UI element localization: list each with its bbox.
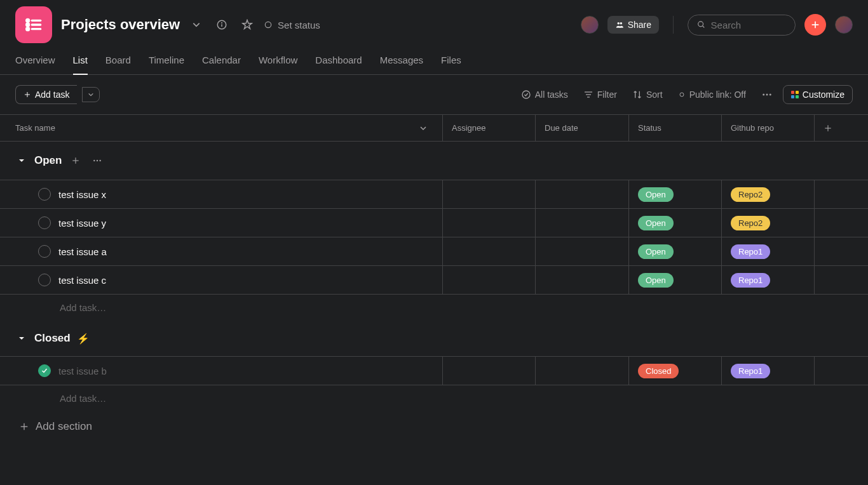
status-cell[interactable]: Open: [629, 180, 722, 208]
task-row[interactable]: test issue c Open Repo1: [0, 265, 868, 295]
svg-point-11: [620, 22, 622, 25]
repo-pill: Repo2: [731, 187, 770, 202]
column-due-date[interactable]: Due date: [536, 115, 629, 141]
tab-list[interactable]: List: [73, 50, 88, 74]
tab-calendar[interactable]: Calendar: [202, 50, 241, 74]
status-cell[interactable]: Open: [629, 266, 722, 294]
collapse-icon[interactable]: [15, 154, 28, 167]
svg-point-9: [265, 22, 271, 27]
svg-point-30: [94, 160, 95, 161]
assignee-cell[interactable]: [443, 180, 536, 208]
svg-point-32: [100, 160, 101, 161]
add-task-row[interactable]: Add task…: [0, 385, 868, 411]
tab-timeline[interactable]: Timeline: [149, 50, 184, 74]
status-pill: Closed: [638, 364, 679, 378]
info-icon[interactable]: [213, 16, 231, 34]
assignee-cell[interactable]: [443, 266, 536, 294]
tab-board[interactable]: Board: [105, 50, 131, 74]
svg-point-8: [222, 23, 222, 23]
repo-cell[interactable]: Repo1: [722, 357, 815, 385]
task-row[interactable]: test issue x Open Repo2: [0, 180, 868, 208]
task-row[interactable]: test issue b Closed Repo1: [0, 356, 868, 385]
status-pill: Open: [638, 187, 674, 202]
add-column-button[interactable]: [815, 115, 868, 141]
assignee-cell[interactable]: [443, 237, 536, 265]
complete-checkbox[interactable]: [38, 188, 51, 201]
customize-button[interactable]: Customize: [783, 85, 853, 104]
set-status-label: Set status: [278, 20, 320, 30]
divider: [673, 16, 674, 34]
status-cell[interactable]: Open: [629, 209, 722, 237]
add-task-dropdown[interactable]: [82, 87, 100, 102]
due-date-cell[interactable]: [536, 180, 629, 208]
task-row[interactable]: test issue y Open Repo2: [0, 208, 868, 237]
task-name: test issue y: [58, 218, 106, 229]
tabs: OverviewListBoardTimelineCalendarWorkflo…: [0, 43, 868, 75]
project-icon[interactable]: [15, 6, 52, 43]
repo-pill: Repo1: [731, 244, 770, 259]
svg-point-24: [766, 94, 768, 96]
search-input[interactable]: [711, 20, 786, 30]
add-task-row[interactable]: Add task…: [0, 295, 868, 321]
due-date-cell[interactable]: [536, 209, 629, 237]
status-cell[interactable]: Closed: [629, 357, 722, 385]
tab-workflow[interactable]: Workflow: [259, 50, 297, 74]
complete-checkbox[interactable]: [38, 216, 51, 229]
svg-point-31: [97, 160, 98, 161]
svg-point-25: [770, 94, 771, 96]
svg-line-13: [702, 26, 704, 28]
repo-cell[interactable]: Repo1: [722, 266, 815, 294]
complete-checkbox[interactable]: [38, 274, 51, 286]
collapse-icon[interactable]: [15, 332, 28, 345]
column-assignee[interactable]: Assignee: [443, 115, 536, 141]
repo-cell[interactable]: Repo2: [722, 209, 815, 237]
set-status-button[interactable]: Set status: [264, 20, 320, 30]
project-dropdown-icon[interactable]: [187, 16, 205, 34]
user-avatar[interactable]: [835, 16, 853, 34]
task-name: test issue x: [58, 189, 106, 200]
assignee-cell[interactable]: [443, 209, 536, 237]
column-github-repo[interactable]: Github repo: [722, 115, 815, 141]
all-tasks-button[interactable]: All tasks: [516, 86, 573, 103]
svg-point-12: [698, 22, 703, 27]
column-status[interactable]: Status: [629, 115, 722, 141]
tab-messages[interactable]: Messages: [380, 50, 423, 74]
global-add-button[interactable]: [804, 14, 826, 36]
repo-cell[interactable]: Repo2: [722, 180, 815, 208]
svg-point-23: [763, 94, 764, 96]
add-task-button[interactable]: Add task: [15, 85, 77, 104]
section-header: Closed ⚡: [0, 321, 868, 356]
star-icon[interactable]: [238, 16, 256, 34]
tab-dashboard[interactable]: Dashboard: [315, 50, 362, 74]
more-options-button[interactable]: [756, 85, 778, 104]
task-row[interactable]: test issue a Open Repo1: [0, 237, 868, 265]
chevron-down-icon: [419, 124, 427, 132]
due-date-cell[interactable]: [536, 357, 629, 385]
page-title: Projects overview: [61, 17, 180, 33]
public-link-button[interactable]: Public link: Off: [673, 86, 751, 103]
due-date-cell[interactable]: [536, 237, 629, 265]
search-box[interactable]: [688, 15, 796, 36]
assignee-cell[interactable]: [443, 357, 536, 385]
due-date-cell[interactable]: [536, 266, 629, 294]
section-more-button[interactable]: [90, 153, 105, 168]
repo-cell[interactable]: Repo1: [722, 237, 815, 265]
task-name: test issue b: [58, 366, 107, 376]
sort-button[interactable]: Sort: [627, 86, 668, 103]
add-task-label: Add task: [35, 90, 69, 100]
complete-checkbox[interactable]: [38, 245, 51, 258]
status-cell[interactable]: Open: [629, 237, 722, 265]
add-section-button[interactable]: Add section: [0, 411, 868, 442]
share-button[interactable]: Share: [607, 16, 659, 34]
complete-checkbox[interactable]: [38, 364, 51, 377]
table-header: Task name Assignee Due date Status Githu…: [0, 114, 868, 142]
repo-pill: Repo1: [731, 364, 770, 378]
section-add-button[interactable]: [68, 153, 83, 168]
column-task-name[interactable]: Task name: [0, 115, 443, 141]
svg-point-2: [27, 23, 29, 26]
tab-overview[interactable]: Overview: [15, 50, 55, 74]
tab-files[interactable]: Files: [441, 50, 461, 74]
svg-point-22: [680, 93, 684, 96]
member-avatar[interactable]: [581, 16, 599, 34]
filter-button[interactable]: Filter: [578, 86, 622, 103]
